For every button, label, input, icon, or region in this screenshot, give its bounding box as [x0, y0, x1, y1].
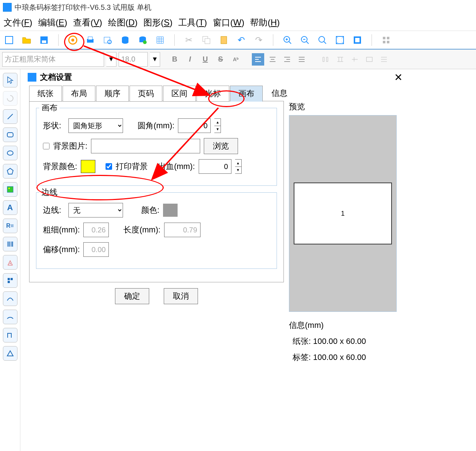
- polygon-tool-icon[interactable]: [3, 164, 17, 179]
- paste-icon[interactable]: [218, 35, 229, 46]
- text-tool-icon[interactable]: A: [3, 200, 17, 215]
- select-tool-icon[interactable]: [3, 73, 17, 87]
- tab-range[interactable]: 区间: [163, 86, 196, 102]
- tab-layout[interactable]: 布局: [63, 86, 95, 102]
- zoom-fit-icon[interactable]: [317, 35, 328, 46]
- bold-icon[interactable]: B: [168, 53, 181, 66]
- settings-icon[interactable]: [67, 35, 78, 46]
- menu-tool[interactable]: 工具(T): [178, 17, 207, 28]
- shape-combo[interactable]: 圆角矩形: [68, 118, 123, 133]
- border-group: 边线 边线: 无 颜色: 粗细(mm):: [36, 192, 277, 269]
- image-tool-icon[interactable]: [3, 182, 17, 197]
- spacing-5-icon[interactable]: [378, 53, 390, 66]
- bgimg-checkbox[interactable]: [43, 143, 49, 149]
- thickness-input[interactable]: [83, 223, 109, 237]
- border-color-swatch[interactable]: [163, 204, 178, 217]
- underline-icon[interactable]: U: [199, 53, 212, 66]
- svg-point-31: [7, 151, 13, 155]
- font-size-dropdown-icon[interactable]: ▼: [150, 52, 160, 67]
- save-icon[interactable]: [39, 35, 49, 46]
- italic-icon[interactable]: I: [183, 53, 197, 66]
- menu-file[interactable]: 文件(F): [4, 17, 32, 28]
- menu-shape[interactable]: 图形(S): [143, 17, 172, 28]
- tab-info[interactable]: 信息: [263, 86, 295, 102]
- redo-icon[interactable]: ↷: [253, 35, 264, 46]
- database-refresh-icon[interactable]: [137, 35, 148, 46]
- ok-button[interactable]: 确定: [115, 288, 149, 304]
- spacing-4-icon[interactable]: [363, 53, 376, 66]
- ellipse-tool-icon[interactable]: [3, 146, 17, 160]
- grid-icon[interactable]: [155, 35, 166, 46]
- corner-spinner[interactable]: ▲▼: [214, 118, 221, 133]
- spacing-1-icon[interactable]: [320, 53, 332, 66]
- superscript-icon[interactable]: Aᵇ: [229, 53, 242, 66]
- rotate-tool-icon[interactable]: [3, 91, 17, 106]
- menu-help[interactable]: 帮助(H): [250, 17, 279, 28]
- open-icon[interactable]: [21, 35, 32, 46]
- tab-order[interactable]: 顺序: [96, 86, 129, 102]
- preview-icon[interactable]: [102, 35, 113, 46]
- qrcode-tool-icon[interactable]: ◬: [3, 255, 17, 270]
- fit-window-icon[interactable]: [334, 35, 345, 46]
- extra-icon[interactable]: [381, 35, 392, 46]
- roundrect-tool-icon[interactable]: [3, 128, 17, 142]
- align-center-icon[interactable]: [266, 53, 279, 66]
- tab-page[interactable]: 页码: [130, 86, 162, 102]
- richtext-tool-icon[interactable]: R≡: [3, 219, 17, 233]
- align-justify-icon[interactable]: [295, 53, 308, 66]
- corner-input[interactable]: [178, 118, 211, 133]
- tab-canvas[interactable]: 画布: [230, 86, 263, 102]
- cancel-button[interactable]: 取消: [164, 288, 198, 304]
- zoom-out-icon[interactable]: [300, 35, 310, 46]
- spacing-2-icon[interactable]: [334, 53, 346, 66]
- print-icon[interactable]: [85, 35, 96, 46]
- strike-icon[interactable]: S: [214, 53, 227, 66]
- border-label: 边线:: [43, 205, 65, 216]
- curve-tool-icon[interactable]: [3, 291, 17, 306]
- actual-size-icon[interactable]: [352, 35, 363, 46]
- copy-icon[interactable]: [201, 35, 212, 46]
- close-icon[interactable]: ✕: [394, 71, 402, 83]
- align-right-icon[interactable]: [281, 53, 293, 66]
- spacing-3-icon[interactable]: [349, 53, 361, 66]
- triangle-tool-icon[interactable]: [3, 346, 17, 361]
- zoom-in-icon[interactable]: [282, 35, 293, 46]
- browse-button[interactable]: 浏览: [204, 138, 238, 154]
- length-input[interactable]: [164, 223, 201, 237]
- bleed-input[interactable]: [199, 159, 231, 174]
- canvas-group-title: 画布: [39, 102, 60, 113]
- cut-icon[interactable]: ✂: [183, 35, 194, 46]
- align-left-icon[interactable]: [252, 53, 264, 66]
- info-label: 标签: 100.00 x 60.00: [289, 352, 398, 363]
- menu-draw[interactable]: 绘图(D): [108, 17, 138, 28]
- font-size-input[interactable]: [119, 52, 148, 67]
- font-name-input[interactable]: [2, 52, 104, 67]
- svg-point-4: [71, 39, 74, 42]
- bgcolor-swatch[interactable]: [81, 160, 95, 173]
- bleed-spinner[interactable]: ▲▼: [235, 159, 242, 174]
- font-name-dropdown-icon[interactable]: ▼: [106, 52, 116, 67]
- undo-icon[interactable]: ↶: [236, 35, 247, 46]
- print-bg-checkbox[interactable]: [106, 163, 112, 170]
- menu-window[interactable]: 窗口(W): [213, 17, 245, 28]
- app-title: 中琅条码标签打印软件-V6.5.3 试用版 单机: [15, 3, 151, 12]
- preview-number: 1: [341, 210, 345, 217]
- svg-rect-26: [383, 41, 385, 43]
- tab-paper[interactable]: 纸张: [29, 86, 62, 102]
- dialog-icon: [28, 73, 36, 82]
- arc-tool-icon[interactable]: [3, 310, 17, 324]
- line-tool-icon[interactable]: [3, 109, 17, 124]
- border-combo[interactable]: 无: [68, 203, 123, 217]
- path-tool-icon[interactable]: [3, 328, 17, 342]
- menu-edit[interactable]: 编辑(E): [38, 17, 67, 28]
- color-label: 颜色:: [141, 205, 159, 216]
- grid-tool-icon[interactable]: [3, 273, 17, 288]
- new-icon[interactable]: [4, 35, 15, 46]
- bgimg-path-input[interactable]: [91, 139, 200, 153]
- offset-input[interactable]: [83, 242, 109, 257]
- tab-cursor[interactable]: 光标: [197, 86, 229, 102]
- svg-point-20: [319, 36, 325, 42]
- barcode-tool-icon[interactable]: [3, 237, 17, 251]
- database-icon[interactable]: [120, 35, 131, 46]
- menu-view[interactable]: 查看(V): [73, 17, 102, 28]
